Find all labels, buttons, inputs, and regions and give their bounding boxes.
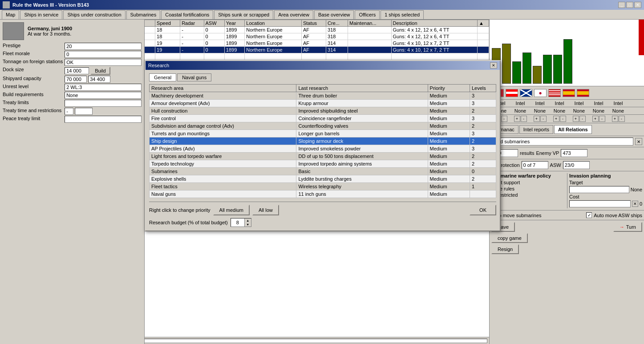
col-maint[interactable]: Maintenan...: [348, 20, 392, 27]
col-cre[interactable]: Cre...: [326, 20, 348, 27]
col-sort[interactable]: ▲: [478, 20, 489, 27]
dialog-close-button[interactable]: ✕: [490, 62, 497, 69]
tab-ships-selected[interactable]: 1 ships selected: [381, 10, 424, 19]
country-flag-large: [3, 22, 24, 40]
tab-ships-in-service[interactable]: Ships in service: [20, 10, 62, 19]
flag-japan[interactable]: ●: [534, 89, 547, 97]
search-clear-button[interactable]: ✕: [635, 138, 642, 145]
research-row[interactable]: Hull constructionImproved shipbuilding s…: [150, 107, 496, 115]
col-status[interactable]: Status: [301, 20, 326, 27]
research-row[interactable]: Armour development (Adv)Krupp armourMedi…: [150, 100, 496, 107]
col-desc[interactable]: Description: [391, 20, 478, 27]
nav-buttons: Almanac Intel reports All Relations: [490, 123, 644, 136]
intel-val-6: None: [593, 108, 604, 113]
auto-move-asw-label: Auto move ASW ships: [594, 213, 642, 218]
resign-button[interactable]: Resign: [491, 244, 519, 254]
auto-move-asw-checkbox[interactable]: ✓: [586, 212, 592, 218]
intel-label-3: Intel: [535, 101, 545, 106]
research-row[interactable]: Machinery developmentThree drum boilerMe…: [150, 92, 496, 100]
intel-minus-4[interactable]: -: [560, 116, 566, 122]
col-radar[interactable]: Radar: [180, 20, 204, 27]
maximize-button[interactable]: □: [626, 2, 633, 8]
intel-plus-2[interactable]: +: [514, 116, 520, 122]
research-row[interactable]: Torpedo technologyImproved torpedo aimin…: [150, 160, 496, 168]
intel-minus-2[interactable]: -: [521, 116, 527, 122]
col-year[interactable]: Year: [224, 20, 244, 27]
prestige-value: 20: [65, 43, 142, 50]
flag-scotland[interactable]: [520, 89, 532, 97]
flag-spain2[interactable]: [577, 89, 589, 97]
col-last-research[interactable]: Last research: [296, 85, 428, 92]
col-speed[interactable]: Speed: [155, 20, 180, 27]
intel-minus-1[interactable]: -: [501, 116, 507, 122]
intel-label-5: Intel: [575, 101, 584, 106]
tonnage-value: OK: [65, 59, 142, 66]
invasion-x-button[interactable]: ✕: [632, 201, 638, 207]
research-row[interactable]: Fire controlCoincidence rangefinderMediu…: [150, 115, 496, 122]
intel-minus-7[interactable]: -: [619, 116, 625, 122]
research-row[interactable]: Light forces and torpedo warfareDD of up…: [150, 153, 496, 160]
dialog-body: General Naval guns Research area Last re…: [146, 70, 500, 231]
tab-area-overview[interactable]: Area overview: [274, 10, 313, 19]
intel-plus-3[interactable]: +: [534, 116, 540, 122]
tab-ships-under-construction[interactable]: Ships under construction: [63, 10, 125, 19]
budget-input[interactable]: [231, 219, 244, 227]
build-req-label: Build requirements: [3, 92, 63, 99]
build-button[interactable]: Build: [90, 67, 110, 75]
tab-naval-guns[interactable]: Naval guns: [177, 73, 211, 81]
copy-game-button[interactable]: copy game: [491, 233, 528, 243]
research-row[interactable]: SubmarinesBasicMedium0: [150, 168, 496, 175]
flag-spain1[interactable]: [563, 89, 575, 97]
ok-button[interactable]: OK: [470, 205, 496, 215]
intel-val-7: None: [612, 108, 624, 113]
prestige-label: Prestige: [3, 43, 63, 50]
protection-row: de protection 0 of 7 ASW 23/0: [490, 159, 644, 171]
dock-size-label: Dock size: [3, 67, 63, 75]
tab-general[interactable]: General: [149, 73, 176, 81]
research-row[interactable]: Explosive shellsLyddite bursting charges…: [150, 175, 496, 183]
all-medium-button[interactable]: All medium: [213, 205, 250, 215]
intel-plus-5[interactable]: +: [573, 116, 579, 122]
col-research-area[interactable]: Research area: [150, 85, 296, 92]
tab-map[interactable]: Map: [2, 10, 19, 19]
col-location[interactable]: Location: [245, 20, 302, 27]
turn-button[interactable]: → Turn: [613, 222, 642, 232]
intel-label-6: Intel: [594, 101, 603, 106]
research-row[interactable]: Subdivision and damage control (Adv)Coun…: [150, 122, 496, 130]
research-row[interactable]: Naval guns11 inch gunsMedium: [150, 190, 496, 198]
window-controls[interactable]: _ □ ✕: [618, 2, 641, 8]
research-row[interactable]: Turrets and gun mountingsLonger gun barr…: [150, 130, 496, 138]
research-row[interactable]: AP Projectiles (Adv)Improved smokeless p…: [150, 145, 496, 153]
close-button[interactable]: ✕: [634, 2, 641, 8]
intel-val-3: None: [534, 108, 546, 113]
intel-minus-6[interactable]: -: [599, 116, 605, 122]
all-low-button[interactable]: All low: [252, 205, 279, 215]
minimize-button[interactable]: _: [618, 2, 625, 8]
research-row[interactable]: Ship designSloping armour deckMedium2: [150, 138, 496, 145]
shipyard-value1: 70 000: [65, 76, 87, 83]
tab-base-overview[interactable]: Base overview: [314, 10, 354, 19]
search-input[interactable]: [491, 138, 633, 146]
col-priority[interactable]: Priority: [428, 85, 470, 92]
flag-austria[interactable]: [506, 89, 518, 97]
budget-spin-down[interactable]: ▼: [245, 223, 251, 227]
col-asw[interactable]: ASW: [204, 20, 224, 27]
tab-ships-sunk[interactable]: Ships sunk or scrapped: [214, 10, 273, 19]
right-click-note: Right click to change priority: [149, 207, 211, 213]
tab-submarines[interactable]: Submarines: [126, 10, 161, 19]
budget-spin-up[interactable]: ▲: [245, 219, 251, 223]
intel-minus-3[interactable]: -: [540, 116, 547, 122]
intel-plus-7[interactable]: +: [612, 116, 618, 122]
intel-reports-button[interactable]: Intel reports: [519, 125, 553, 134]
research-row[interactable]: Fleet tacticsWireless telegraphyMedium1: [150, 183, 496, 190]
flag-usa[interactable]: [548, 89, 561, 97]
tab-coastal-fortifications[interactable]: Coastal fortifications: [161, 10, 213, 19]
col-levels[interactable]: Levels: [470, 85, 496, 92]
tab-officers[interactable]: Officers: [355, 10, 380, 19]
intel-plus-6[interactable]: +: [592, 116, 599, 122]
all-relations-button[interactable]: All Relations: [554, 125, 592, 134]
intel-plus-4[interactable]: +: [553, 116, 559, 122]
budget-spinner[interactable]: ▲ ▼: [231, 218, 251, 227]
enemy-vp-value: 473: [561, 149, 587, 157]
intel-minus-5[interactable]: -: [579, 116, 586, 122]
